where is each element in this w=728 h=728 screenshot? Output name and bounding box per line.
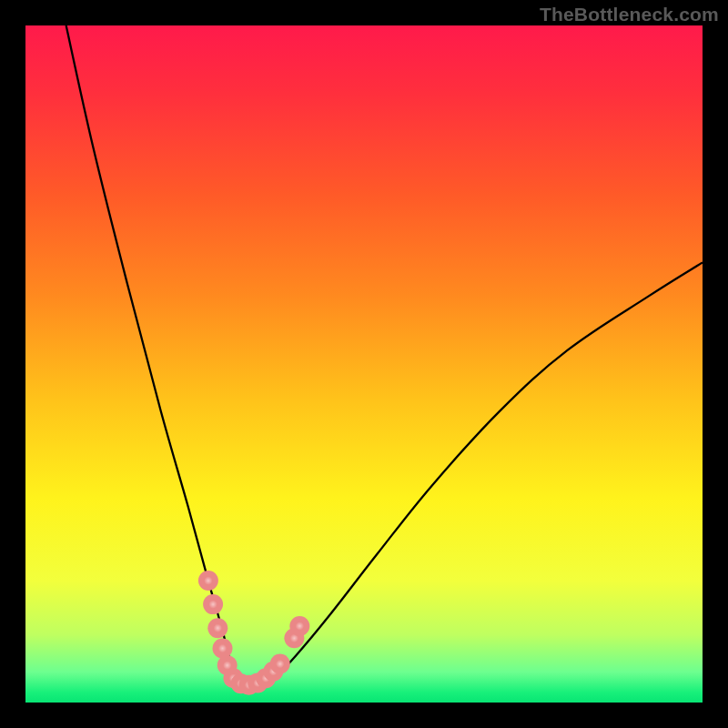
data-point: [207, 618, 228, 638]
data-point: [213, 638, 233, 658]
chart-svg: [25, 25, 703, 703]
gradient-background: [25, 25, 703, 703]
data-point: [270, 654, 290, 674]
plot-area: [25, 25, 703, 703]
chart-frame: TheBottleneck.com: [0, 0, 728, 728]
watermark-label: TheBottleneck.com: [540, 4, 719, 25]
data-point: [198, 571, 218, 591]
data-point: [203, 594, 223, 614]
data-point: [289, 616, 309, 636]
